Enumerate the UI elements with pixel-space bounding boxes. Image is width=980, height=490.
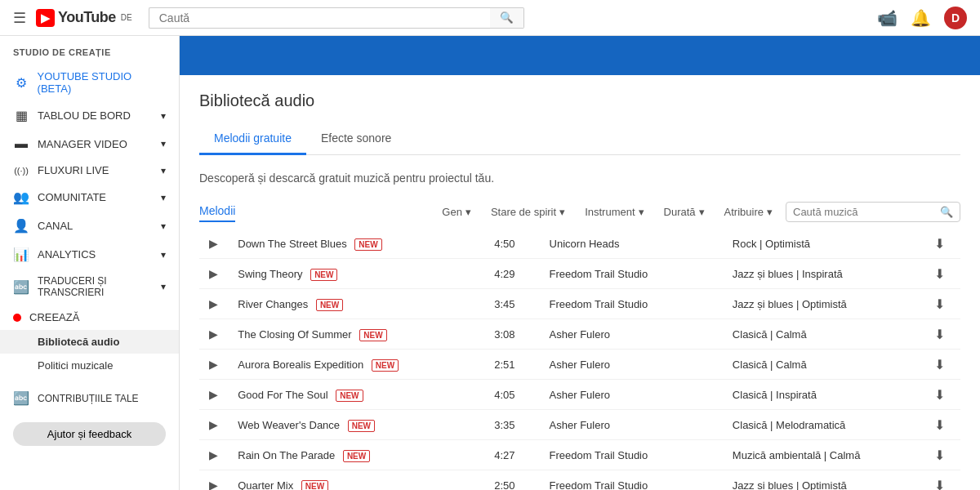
play-button[interactable]: ▶ bbox=[206, 356, 221, 372]
contributii-label: CONTRIBUȚIILE TALE bbox=[38, 393, 139, 404]
download-button[interactable]: ⬇ bbox=[934, 296, 945, 312]
play-button[interactable]: ▶ bbox=[206, 296, 221, 312]
song-artist: Asher Fulero bbox=[543, 380, 726, 410]
song-title: Aurora Borealis Expedition bbox=[238, 359, 363, 371]
song-duration: 2:50 bbox=[488, 470, 542, 491]
download-button[interactable]: ⬇ bbox=[934, 236, 945, 252]
search-music-bar: 🔍 bbox=[786, 202, 960, 222]
notification-bell-icon[interactable]: 🔔 bbox=[911, 8, 931, 28]
chevron-down-icon: ▾ bbox=[161, 281, 166, 292]
filters-row: Melodii Gen ▾ Stare de spirit ▾ Instrume… bbox=[199, 201, 960, 222]
filter-gen-button[interactable]: Gen ▾ bbox=[435, 203, 478, 221]
video-camera-icon[interactable]: 📹 bbox=[877, 8, 898, 28]
subtitle: Descoperă și descarcă gratuit muzică pen… bbox=[199, 172, 960, 185]
filter-durata-button[interactable]: Durată ▾ bbox=[657, 203, 711, 221]
filter-atribuire-button[interactable]: Atribuire ▾ bbox=[718, 203, 779, 221]
download-button[interactable]: ⬇ bbox=[934, 266, 945, 282]
play-button[interactable]: ▶ bbox=[206, 416, 221, 433]
sidebar-item-contributii[interactable]: 🔤 CONTRIBUȚIILE TALE bbox=[0, 384, 179, 412]
sidebar-subitem-politici[interactable]: Politici muzicale bbox=[0, 354, 179, 377]
youtube-logo[interactable]: ▶ YouTubeDE bbox=[36, 9, 132, 27]
song-artist: Asher Fulero bbox=[543, 319, 726, 350]
play-button[interactable]: ▶ bbox=[206, 386, 221, 403]
help-feedback-button[interactable]: Ajutor și feedback bbox=[13, 422, 166, 446]
table-row: ▶ Quarter Mix NEW 2:50 Freedom Trail Stu… bbox=[199, 470, 960, 491]
gen-label: Gen bbox=[442, 206, 462, 218]
song-artist: Freedom Trail Studio bbox=[543, 470, 726, 491]
top-nav: ☰ ▶ YouTubeDE 🔍 📹 🔔 D bbox=[0, 0, 980, 36]
table-row: ▶ River Changes NEW 3:45 Freedom Trail S… bbox=[199, 289, 960, 319]
sidebar-label-analytics: ANALYTICS bbox=[38, 248, 96, 261]
sidebar-item-youtube-studio[interactable]: ⚙ YOUTUBE STUDIO (BETA) bbox=[0, 64, 179, 101]
filter-stare-button[interactable]: Stare de spirit ▾ bbox=[484, 203, 572, 221]
sidebar-label-youtube-studio: YOUTUBE STUDIO (BETA) bbox=[38, 70, 166, 95]
canal-icon: 👤 bbox=[13, 218, 29, 234]
filter-melodii[interactable]: Melodii bbox=[199, 201, 235, 222]
new-badge: NEW bbox=[359, 329, 386, 341]
avatar[interactable]: D bbox=[944, 7, 967, 29]
download-button[interactable]: ⬇ bbox=[934, 417, 945, 433]
song-duration: 4:29 bbox=[488, 259, 542, 289]
sidebar-item-manager[interactable]: ▬ MANAGER VIDEO ▾ bbox=[0, 130, 179, 158]
sidebar-item-tablou[interactable]: ▦ TABLOU DE BORD ▾ bbox=[0, 101, 179, 130]
new-badge: NEW bbox=[343, 450, 370, 462]
play-button[interactable]: ▶ bbox=[206, 265, 221, 282]
song-genre: Clasică | Melodramatică bbox=[726, 410, 928, 440]
chevron-down-icon: ▾ bbox=[161, 249, 166, 261]
music-table: ▶ Down The Street Blues NEW 4:50 Unicorn… bbox=[199, 229, 960, 490]
download-button[interactable]: ⬇ bbox=[934, 387, 945, 403]
sidebar-subitem-biblioteca[interactable]: Bibliotecă audio bbox=[0, 330, 179, 354]
content-area: Bibliotecă audio Melodii gratuite Efecte… bbox=[180, 75, 980, 490]
yt-wordmark: YouTube bbox=[58, 9, 116, 26]
sidebar-item-traduceri[interactable]: 🔤 TRADUCERI ȘI TRANSCRIERI ▾ bbox=[0, 269, 179, 305]
main-content: Bibliotecă audio Melodii gratuite Efecte… bbox=[180, 36, 980, 490]
contributii-icon: 🔤 bbox=[13, 390, 29, 406]
search-input[interactable] bbox=[149, 7, 490, 29]
new-badge: NEW bbox=[372, 359, 399, 372]
song-artist: Asher Fulero bbox=[543, 410, 726, 440]
song-genre: Clasică | Calmă bbox=[726, 350, 928, 380]
sidebar-item-canal[interactable]: 👤 CANAL ▾ bbox=[0, 212, 179, 240]
filter-instrument-button[interactable]: Instrument ▾ bbox=[578, 203, 650, 221]
tab-efecte[interactable]: Efecte sonore bbox=[306, 123, 406, 155]
yt-locale: DE bbox=[121, 13, 132, 22]
song-duration: 2:51 bbox=[488, 350, 542, 380]
download-button[interactable]: ⬇ bbox=[934, 357, 945, 372]
search-bar: 🔍 bbox=[149, 7, 524, 29]
song-title: Down The Street Blues bbox=[238, 238, 346, 250]
play-button[interactable]: ▶ bbox=[206, 326, 221, 342]
song-title: Rain On The Parade bbox=[238, 449, 335, 461]
sidebar-label-tablou: TABLOU DE BORD bbox=[38, 109, 131, 122]
new-badge: NEW bbox=[301, 480, 328, 491]
nav-left: ☰ ▶ YouTubeDE bbox=[13, 9, 132, 27]
download-button[interactable]: ⬇ bbox=[934, 448, 945, 463]
durata-label: Durată bbox=[664, 206, 696, 218]
biblioteca-label: Bibliotecă audio bbox=[38, 336, 119, 348]
download-button[interactable]: ⬇ bbox=[934, 327, 945, 342]
table-row: ▶ Aurora Borealis Expedition NEW 2:51 As… bbox=[199, 350, 960, 380]
politici-label: Politici muzicale bbox=[38, 359, 113, 372]
download-button[interactable]: ⬇ bbox=[934, 478, 945, 491]
sidebar-item-comunitate[interactable]: 👥 COMUNITATE ▾ bbox=[0, 183, 179, 212]
sidebar-label-fluxuri: FLUXURI LIVE bbox=[38, 164, 109, 176]
play-button[interactable]: ▶ bbox=[206, 477, 221, 490]
create-label: CREEAZĂ bbox=[29, 311, 79, 323]
song-genre: Rock | Optimistă bbox=[726, 229, 928, 259]
sidebar-label-canal: CANAL bbox=[38, 220, 73, 232]
search-icon: 🔍 bbox=[500, 11, 514, 24]
tab-melodii[interactable]: Melodii gratuite bbox=[199, 123, 306, 155]
search-button[interactable]: 🔍 bbox=[490, 7, 524, 29]
song-genre: Clasică | Inspirată bbox=[726, 380, 928, 410]
song-title: The Closing Of Summer bbox=[238, 328, 351, 341]
song-genre: Muzică ambientală | Calmă bbox=[726, 440, 928, 470]
hamburger-icon[interactable]: ☰ bbox=[13, 9, 26, 27]
sidebar-item-fluxuri[interactable]: ((·)) FLUXURI LIVE ▾ bbox=[0, 158, 179, 183]
song-title: River Changes bbox=[238, 298, 308, 310]
create-section[interactable]: CREEAZĂ bbox=[0, 305, 179, 330]
song-artist: Asher Fulero bbox=[543, 350, 726, 380]
play-button[interactable]: ▶ bbox=[206, 235, 221, 252]
table-row: ▶ Rain On The Parade NEW 4:27 Freedom Tr… bbox=[199, 440, 960, 470]
search-music-input[interactable] bbox=[793, 206, 940, 218]
sidebar-item-analytics[interactable]: 📊 ANALYTICS ▾ bbox=[0, 240, 179, 269]
play-button[interactable]: ▶ bbox=[206, 447, 221, 463]
